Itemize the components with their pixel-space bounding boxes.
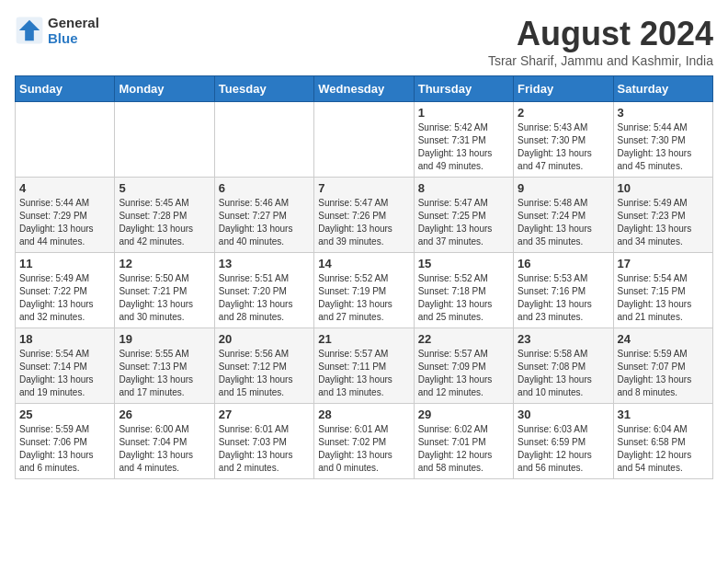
calendar-cell: 13Sunrise: 5:51 AMSunset: 7:20 PMDayligh… <box>214 253 313 328</box>
calendar-cell: 14Sunrise: 5:52 AMSunset: 7:19 PMDayligh… <box>314 253 414 328</box>
day-info: Sunrise: 5:49 AMSunset: 7:22 PMDaylight:… <box>19 272 110 324</box>
weekday-header-sunday: Sunday <box>16 76 115 102</box>
day-info: Sunrise: 5:58 AMSunset: 7:08 PMDaylight:… <box>518 348 609 399</box>
weekday-header-monday: Monday <box>115 76 214 102</box>
day-info: Sunrise: 5:48 AMSunset: 7:24 PMDaylight:… <box>518 197 609 248</box>
day-number: 18 <box>19 332 110 346</box>
day-number: 1 <box>418 106 509 120</box>
day-number: 21 <box>318 332 409 346</box>
logo-text: General Blue <box>48 15 99 46</box>
calendar-cell: 25Sunrise: 5:59 AMSunset: 7:06 PMDayligh… <box>16 404 115 479</box>
day-number: 19 <box>119 332 210 346</box>
weekday-header-tuesday: Tuesday <box>214 76 313 102</box>
day-info: Sunrise: 5:43 AMSunset: 7:30 PMDaylight:… <box>518 121 609 173</box>
calendar-cell: 21Sunrise: 5:57 AMSunset: 7:11 PMDayligh… <box>314 328 414 404</box>
calendar-cell: 5Sunrise: 5:45 AMSunset: 7:28 PMDaylight… <box>115 178 214 253</box>
day-info: Sunrise: 5:44 AMSunset: 7:29 PMDaylight:… <box>19 197 110 248</box>
day-number: 28 <box>318 408 409 421</box>
day-number: 27 <box>219 408 310 421</box>
day-number: 6 <box>219 181 310 195</box>
day-number: 24 <box>618 332 709 346</box>
calendar-cell: 29Sunrise: 6:02 AMSunset: 7:01 PMDayligh… <box>414 404 513 479</box>
calendar-cell: 18Sunrise: 5:54 AMSunset: 7:14 PMDayligh… <box>16 328 115 404</box>
day-info: Sunrise: 6:04 AMSunset: 6:58 PMDaylight:… <box>618 423 709 475</box>
day-info: Sunrise: 6:02 AMSunset: 7:01 PMDaylight:… <box>418 423 509 475</box>
day-number: 8 <box>418 181 509 195</box>
page-header: General Blue August 2024 Tsrar Sharif, J… <box>15 15 713 68</box>
day-info: Sunrise: 5:42 AMSunset: 7:31 PMDaylight:… <box>418 121 509 173</box>
calendar-cell <box>214 102 313 178</box>
day-number: 16 <box>518 257 609 270</box>
calendar-cell: 30Sunrise: 6:03 AMSunset: 6:59 PMDayligh… <box>514 404 613 479</box>
day-number: 3 <box>618 106 709 120</box>
day-info: Sunrise: 5:59 AMSunset: 7:07 PMDaylight:… <box>618 348 709 399</box>
day-info: Sunrise: 5:50 AMSunset: 7:21 PMDaylight:… <box>119 272 210 324</box>
calendar-cell: 12Sunrise: 5:50 AMSunset: 7:21 PMDayligh… <box>115 253 214 328</box>
calendar-cell: 11Sunrise: 5:49 AMSunset: 7:22 PMDayligh… <box>16 253 115 328</box>
day-info: Sunrise: 5:56 AMSunset: 7:12 PMDaylight:… <box>219 348 310 399</box>
calendar-cell: 4Sunrise: 5:44 AMSunset: 7:29 PMDaylight… <box>16 178 115 253</box>
calendar-cell: 24Sunrise: 5:59 AMSunset: 7:07 PMDayligh… <box>613 328 712 404</box>
calendar-cell: 23Sunrise: 5:58 AMSunset: 7:08 PMDayligh… <box>514 328 613 404</box>
day-number: 17 <box>618 257 709 270</box>
week-row-1: 1Sunrise: 5:42 AMSunset: 7:31 PMDaylight… <box>16 102 713 178</box>
day-info: Sunrise: 5:52 AMSunset: 7:19 PMDaylight:… <box>318 272 409 324</box>
day-number: 4 <box>19 181 110 195</box>
calendar-table: SundayMondayTuesdayWednesdayThursdayFrid… <box>15 75 713 479</box>
calendar-cell <box>314 102 414 178</box>
day-info: Sunrise: 5:52 AMSunset: 7:18 PMDaylight:… <box>418 272 509 324</box>
day-number: 13 <box>219 257 310 270</box>
weekday-header-wednesday: Wednesday <box>314 76 414 102</box>
day-number: 25 <box>19 408 110 421</box>
calendar-cell: 2Sunrise: 5:43 AMSunset: 7:30 PMDaylight… <box>514 102 613 178</box>
day-number: 9 <box>518 181 609 195</box>
calendar-cell: 28Sunrise: 6:01 AMSunset: 7:02 PMDayligh… <box>314 404 414 479</box>
logo-icon <box>15 16 44 45</box>
day-number: 10 <box>618 181 709 195</box>
weekday-header-saturday: Saturday <box>613 76 712 102</box>
day-info: Sunrise: 5:46 AMSunset: 7:27 PMDaylight:… <box>219 197 310 248</box>
day-number: 14 <box>318 257 409 270</box>
calendar-cell: 20Sunrise: 5:56 AMSunset: 7:12 PMDayligh… <box>214 328 313 404</box>
day-number: 5 <box>119 181 210 195</box>
calendar-cell: 15Sunrise: 5:52 AMSunset: 7:18 PMDayligh… <box>414 253 513 328</box>
month-year-title: August 2024 <box>488 15 713 53</box>
week-row-3: 11Sunrise: 5:49 AMSunset: 7:22 PMDayligh… <box>16 253 713 328</box>
day-number: 23 <box>518 332 609 346</box>
day-info: Sunrise: 6:03 AMSunset: 6:59 PMDaylight:… <box>518 423 609 475</box>
day-info: Sunrise: 5:55 AMSunset: 7:13 PMDaylight:… <box>119 348 210 399</box>
day-info: Sunrise: 5:47 AMSunset: 7:26 PMDaylight:… <box>318 197 409 248</box>
day-number: 29 <box>418 408 509 421</box>
calendar-cell: 31Sunrise: 6:04 AMSunset: 6:58 PMDayligh… <box>613 404 712 479</box>
day-info: Sunrise: 6:00 AMSunset: 7:04 PMDaylight:… <box>119 423 210 475</box>
calendar-cell <box>16 102 115 178</box>
calendar-cell: 6Sunrise: 5:46 AMSunset: 7:27 PMDaylight… <box>214 178 313 253</box>
calendar-cell: 3Sunrise: 5:44 AMSunset: 7:30 PMDaylight… <box>613 102 712 178</box>
calendar-cell: 19Sunrise: 5:55 AMSunset: 7:13 PMDayligh… <box>115 328 214 404</box>
day-info: Sunrise: 5:47 AMSunset: 7:25 PMDaylight:… <box>418 197 509 248</box>
logo: General Blue <box>15 15 99 46</box>
day-number: 20 <box>219 332 310 346</box>
calendar-cell: 9Sunrise: 5:48 AMSunset: 7:24 PMDaylight… <box>514 178 613 253</box>
day-info: Sunrise: 6:01 AMSunset: 7:03 PMDaylight:… <box>219 423 310 475</box>
weekday-row: SundayMondayTuesdayWednesdayThursdayFrid… <box>16 76 713 102</box>
day-number: 26 <box>119 408 210 421</box>
calendar-cell: 26Sunrise: 6:00 AMSunset: 7:04 PMDayligh… <box>115 404 214 479</box>
day-info: Sunrise: 5:45 AMSunset: 7:28 PMDaylight:… <box>119 197 210 248</box>
day-info: Sunrise: 5:51 AMSunset: 7:20 PMDaylight:… <box>219 272 310 324</box>
day-info: Sunrise: 5:44 AMSunset: 7:30 PMDaylight:… <box>618 121 709 173</box>
day-number: 2 <box>518 106 609 120</box>
day-info: Sunrise: 5:59 AMSunset: 7:06 PMDaylight:… <box>19 423 110 475</box>
calendar-cell: 7Sunrise: 5:47 AMSunset: 7:26 PMDaylight… <box>314 178 414 253</box>
day-info: Sunrise: 5:57 AMSunset: 7:11 PMDaylight:… <box>318 348 409 399</box>
day-info: Sunrise: 5:49 AMSunset: 7:23 PMDaylight:… <box>618 197 709 248</box>
calendar-cell: 17Sunrise: 5:54 AMSunset: 7:15 PMDayligh… <box>613 253 712 328</box>
week-row-5: 25Sunrise: 5:59 AMSunset: 7:06 PMDayligh… <box>16 404 713 479</box>
week-row-2: 4Sunrise: 5:44 AMSunset: 7:29 PMDaylight… <box>16 178 713 253</box>
day-number: 12 <box>119 257 210 270</box>
weekday-header-friday: Friday <box>514 76 613 102</box>
week-row-4: 18Sunrise: 5:54 AMSunset: 7:14 PMDayligh… <box>16 328 713 404</box>
day-number: 30 <box>518 408 609 421</box>
calendar-cell <box>115 102 214 178</box>
day-info: Sunrise: 5:54 AMSunset: 7:15 PMDaylight:… <box>618 272 709 324</box>
